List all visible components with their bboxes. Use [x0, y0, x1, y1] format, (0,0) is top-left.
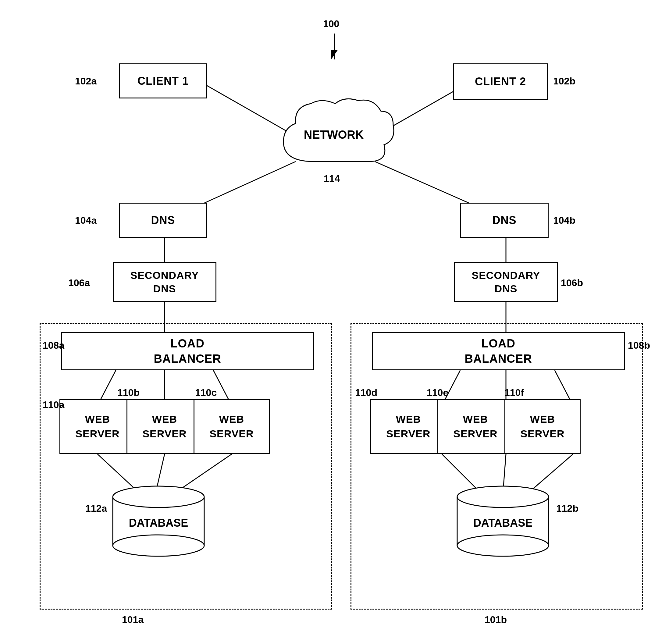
ref-114: 114 [324, 173, 340, 184]
ref-102a: 102a [75, 75, 97, 87]
ref-110c: 110c [195, 387, 217, 398]
network-diagram: 100 CLIENT 1 102a CLIENT 2 102b NETWORK … [0, 0, 669, 644]
ref-106a: 106a [68, 277, 90, 289]
secondary-dns-b-box: SECONDARYDNS [454, 262, 558, 302]
ref-110a: 110a [43, 399, 64, 411]
ref-110b: 110b [117, 387, 140, 398]
dns-b-box: DNS [460, 203, 549, 238]
web-server-b3-box: WEBSERVER [504, 399, 581, 454]
web-server-a3-box: WEBSERVER [194, 399, 270, 454]
load-balancer-a-box: LOADBALANCER [61, 332, 314, 370]
ref-101b: 101b [485, 614, 507, 626]
svg-text:NETWORK: NETWORK [304, 128, 364, 141]
ref-110e: 110e [427, 387, 449, 398]
ref-108b: 108b [628, 340, 650, 351]
database-a: DATABASE [110, 482, 207, 567]
ref-104b: 104b [553, 215, 575, 226]
network-cloud: NETWORK [265, 95, 402, 174]
web-server-b1-box: WEBSERVER [370, 399, 446, 454]
database-b: DATABASE [454, 482, 552, 567]
svg-point-28 [113, 486, 204, 507]
web-server-b2-box: WEBSERVER [437, 399, 514, 454]
svg-point-34 [457, 486, 549, 507]
ref-110d: 110d [355, 387, 377, 398]
svg-point-33 [457, 535, 549, 556]
ref-112b: 112b [556, 503, 579, 514]
ref-102b: 102b [553, 75, 575, 87]
svg-text:DATABASE: DATABASE [473, 517, 533, 529]
client2-box: CLIENT 2 [453, 63, 548, 100]
web-server-a2-box: WEBSERVER [127, 399, 203, 454]
ref-106b: 106b [561, 277, 583, 289]
ref-110f: 110f [504, 387, 524, 398]
ref-112a: 112a [85, 503, 107, 514]
ref-104a: 104a [75, 215, 97, 226]
secondary-dns-a-box: SECONDARYDNS [113, 262, 216, 302]
client1-box: CLIENT 1 [119, 63, 207, 98]
ref-108a: 108a [43, 340, 64, 351]
dns-a-box: DNS [119, 203, 207, 238]
diagram-ref-100: 100 [323, 18, 339, 30]
web-server-a1-box: WEBSERVER [59, 399, 136, 454]
ref-101a: 101a [122, 614, 144, 626]
svg-text:DATABASE: DATABASE [129, 517, 188, 529]
svg-point-27 [113, 535, 204, 556]
load-balancer-b-box: LOADBALANCER [372, 332, 625, 370]
